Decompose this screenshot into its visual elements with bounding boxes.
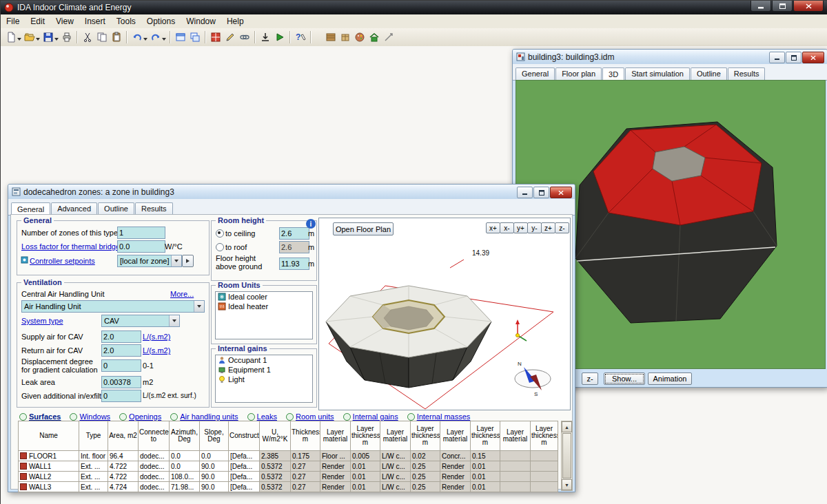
name-cell[interactable]: WALL2 [19, 472, 79, 482]
setpoints-expand-button[interactable] [182, 255, 194, 267]
menu-window[interactable]: Window [181, 15, 221, 28]
list-item[interactable]: Light [216, 375, 312, 384]
import-button[interactable] [258, 30, 272, 45]
zone-maximize-button[interactable] [533, 187, 549, 198]
supply-air-input[interactable] [101, 330, 141, 343]
print-button[interactable] [59, 30, 74, 45]
app-titlebar[interactable]: IDA Indoor Climate and Energy [1, 1, 827, 14]
cell[interactable]: 71.98... [170, 482, 200, 492]
zone-3d-model[interactable]: 14.39 N S [319, 218, 570, 410]
close-button[interactable] [793, 1, 824, 12]
tab-3d[interactable]: 3D [602, 67, 624, 81]
insert-object-button[interactable] [208, 30, 223, 45]
save-button[interactable] [41, 30, 55, 45]
tab-outline[interactable]: Outline [98, 202, 134, 215]
open-dropdown-caret[interactable] [36, 38, 40, 43]
context-help-button[interactable]: ? [293, 30, 307, 45]
cell[interactable]: 96.4 [108, 451, 139, 461]
cell[interactable]: dodec... [139, 472, 170, 482]
section-tab-leaks[interactable]: Leaks [247, 412, 277, 421]
cell[interactable]: 90.0 [200, 482, 229, 492]
tab-start-simulation[interactable]: Start simulation [625, 67, 690, 80]
edit-pen-button[interactable] [223, 30, 237, 45]
cell[interactable]: 90.0 [200, 461, 229, 472]
list-item[interactable]: Equipment 1 [216, 365, 312, 375]
cell[interactable]: [Defa... [229, 472, 260, 482]
new-document-button[interactable] [3, 30, 18, 45]
zone-3d-panel[interactable]: 14.39 N S [318, 218, 571, 410]
system-type-select[interactable]: CAV [101, 315, 180, 327]
list-item[interactable]: Ideal cooler [216, 292, 312, 302]
section-tab-openings[interactable]: Openings [119, 412, 161, 421]
return-air-unit-link[interactable]: L/(s.m2) [143, 346, 170, 355]
view-x-plus-button[interactable]: x+ [486, 222, 500, 233]
window-tile-1-button[interactable] [173, 30, 187, 45]
scrollbar-thumb[interactable] [562, 433, 571, 479]
leak-area-input[interactable] [101, 376, 141, 388]
cell[interactable]: Ext. ... [79, 461, 108, 472]
dropdown-arrow-icon[interactable] [169, 315, 179, 326]
section-tab-room-units[interactable]: Room units [286, 412, 334, 421]
cell[interactable]: dodec... [139, 451, 170, 461]
cell[interactable]: dodec... [139, 482, 170, 492]
z-minus-button[interactable]: z- [582, 372, 598, 385]
link-button[interactable] [237, 30, 252, 45]
window-tile-2-button[interactable] [187, 30, 202, 45]
section-tab-internal-masses[interactable]: Internal masses [407, 412, 471, 421]
section-tab-surfaces[interactable]: Surfaces [19, 412, 61, 421]
loss-factor-link[interactable]: Loss factor for thermal bridges [21, 242, 124, 251]
building3-close-button[interactable] [802, 52, 824, 63]
palette-button[interactable] [352, 30, 367, 45]
save-dropdown-caret[interactable] [54, 38, 59, 43]
wizard-button[interactable] [381, 30, 396, 45]
tab-advanced[interactable]: Advanced [51, 202, 97, 215]
tab-floor-plan[interactable]: Floor plan [555, 67, 602, 80]
cell[interactable]: 4.722 [108, 472, 139, 482]
cell[interactable]: 0.0 [170, 451, 200, 461]
ahu-select[interactable]: Air Handling Unit [21, 300, 205, 313]
name-cell[interactable]: WALL1 [19, 461, 79, 472]
infiltration-input[interactable] [101, 390, 141, 402]
animation-button[interactable]: Animation [648, 372, 692, 385]
zone-minimize-button[interactable] [517, 187, 533, 198]
to-ceiling-radio[interactable] [216, 229, 224, 238]
cell[interactable]: Int. floor [79, 451, 108, 461]
undo-button[interactable] [130, 30, 144, 45]
list-item[interactable]: Ideal heater [216, 302, 312, 311]
run-simulation-button[interactable] [272, 30, 287, 45]
cell[interactable]: 4.724 [108, 482, 139, 492]
undo-dropdown-caret[interactable] [143, 38, 147, 43]
open-floor-plan-button[interactable]: Open Floor Plan [333, 222, 394, 235]
return-air-input[interactable] [101, 344, 141, 357]
view-x-minus-button[interactable]: x- [500, 222, 514, 233]
redo-dropdown-caret[interactable] [162, 38, 166, 43]
cell[interactable]: 108.0... [170, 472, 200, 482]
cell[interactable]: [Defa... [229, 482, 260, 492]
supply-air-unit-link[interactable]: L/(s.m2) [143, 333, 170, 341]
dropdown-arrow-icon[interactable] [171, 255, 181, 266]
section-tab-internal-gains[interactable]: Internal gains [343, 412, 398, 421]
controller-setpoints-link[interactable]: Controller setpoints [30, 257, 95, 265]
new-dropdown-caret[interactable] [17, 38, 21, 43]
menu-view[interactable]: View [50, 15, 79, 28]
redo-button[interactable] [148, 30, 163, 45]
scroll-down-button[interactable]: ▼ [562, 479, 572, 490]
tab-results[interactable]: Results [135, 202, 173, 215]
view-y-minus-button[interactable]: y- [527, 222, 542, 233]
home-button[interactable] [367, 30, 381, 45]
package-button[interactable] [338, 30, 352, 45]
floor-height-input[interactable] [279, 258, 309, 270]
section-tab-air-handling-units[interactable]: Air handling units [170, 412, 238, 421]
table-scrollbar[interactable]: ▲ ▼ [561, 421, 573, 491]
dropdown-arrow-icon[interactable] [194, 301, 204, 312]
cell[interactable]: 0.0 [200, 451, 229, 461]
cell[interactable]: [Defa... [229, 461, 260, 472]
minimize-button[interactable] [751, 1, 771, 12]
tab-results[interactable]: Results [728, 67, 766, 80]
view-y-plus-button[interactable]: y+ [513, 222, 528, 233]
cell[interactable]: 0.0 [170, 461, 200, 472]
system-type-link[interactable]: System type [21, 317, 63, 325]
view-z-plus-button[interactable]: z+ [541, 222, 555, 233]
name-cell[interactable]: WALL3 [19, 482, 79, 492]
menu-file[interactable]: File [1, 15, 25, 28]
